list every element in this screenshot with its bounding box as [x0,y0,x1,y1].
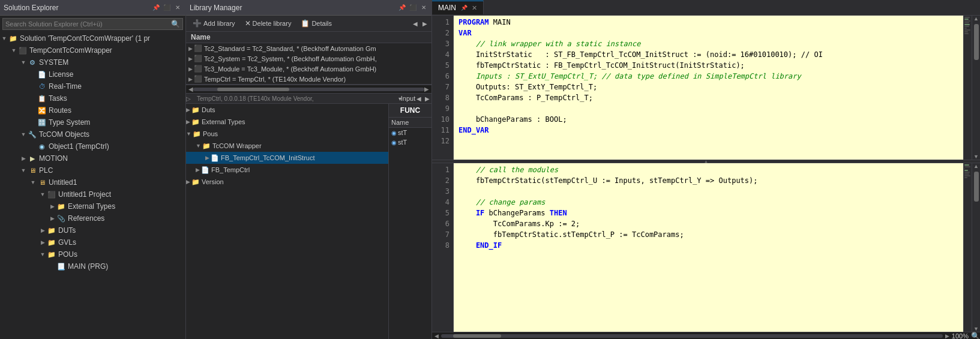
expander-icon[interactable]: ▶ [48,213,56,224]
scroll-thumb-bottom[interactable] [974,172,979,202]
tree-item-untitled1proj[interactable]: ▼⬛Untitled1 Project [0,188,185,200]
delete-library-button[interactable]: ✕ Delete library [241,17,296,29]
scroll-thumb-top[interactable] [974,24,979,60]
tree-item-typesystem[interactable]: 🔠Type System [0,116,185,128]
library-row[interactable]: ▶ ⬛ Tc3_Module = Tc3_Module, * (Beckhoff… [186,64,431,74]
expand-arrow[interactable]: ▶ [188,76,193,82]
func-row[interactable]: ◉stT [389,137,431,147]
search-input[interactable] [5,20,171,28]
code-scroll-track[interactable] [441,334,943,338]
scroll-left-arrow[interactable]: ◀ [188,86,193,92]
solution-tree[interactable]: ▼📁Solution 'TempContTcComWrapper' (1 pr▼… [0,32,185,339]
expander-icon[interactable]: ▼ [19,165,28,176]
lib-scroll-track[interactable] [193,88,424,91]
tree-item-realtime[interactable]: ⏱Real-Time [0,80,185,92]
nav-left-icon[interactable]: ◀ [415,94,423,103]
tree-item-tasks[interactable]: 📋Tasks [0,92,185,104]
expand-arrow[interactable]: ▶ [188,56,193,62]
lib-tree-item[interactable]: ▶📁Duts [186,104,388,116]
code-scroll-thumb[interactable] [453,334,501,338]
expand-arrow[interactable]: ▶ [188,46,193,52]
close-icon-lib[interactable]: ✕ [419,4,428,12]
lib-expander[interactable]: ▶ [186,116,190,127]
tree-item-gvls[interactable]: ▶📁GVLs [0,236,185,248]
lib-expander[interactable]: ▼ [196,140,201,151]
h-scroll-left[interactable]: ◀ [434,333,439,339]
tree-item-object1[interactable]: ◉Object1 (TempCtrl) [0,140,185,152]
tree-item-untitled1[interactable]: ▼🖥Untitled1 [0,176,185,188]
tree-item-references[interactable]: ▶📎References [0,212,185,224]
expander-icon[interactable]: ▶ [48,201,56,212]
lib-tree-item[interactable]: ▶📁Version [186,176,388,188]
lib-tree-panel[interactable]: ▶📁Duts▶📁External Types▼📁Pous▼📁TcCOM Wrap… [186,104,388,339]
dock-icon[interactable]: ⬛ [163,4,171,12]
library-row[interactable]: ▶ ⬛ TempCtrl = TempCtrl, * (TE140x Modul… [186,74,431,84]
lib-split-bar[interactable]: ▷ TempCtrl, 0.0.0.18 (TE140x Module Vend… [186,93,431,104]
tree-item-motion[interactable]: ▶▶MOTION [0,152,185,164]
lib-scroll-left[interactable]: ◀ [411,19,419,28]
nav-right-icon[interactable]: ▶ [423,94,431,103]
lib-tree-item[interactable]: ▶📄FB_TempCtrl_TcCOM_InitStruct [186,152,388,164]
h-scroll-right[interactable]: ▶ [945,333,949,339]
tree-item-tccom[interactable]: ▼🔧TcCOM Objects [0,128,185,140]
pin-icon[interactable]: 📌 [152,4,160,12]
search-icon[interactable]: 🔍 [171,20,180,28]
lib-expander-sub[interactable]: ▶ [196,164,200,175]
expander-icon[interactable]: ▼ [19,57,28,68]
tree-item-duts[interactable]: ▶📁DUTs [0,224,185,236]
expander-icon[interactable]: ▼ [29,177,37,188]
details-button[interactable]: 📋 Details [296,17,336,29]
search-bar[interactable]: 🔍 [2,18,183,30]
scroll-up-arrow[interactable]: ▲ [973,16,979,22]
lib-tree-item[interactable]: ▼📁Pous [186,128,388,140]
scroll-down-arrow[interactable]: ▼ [973,154,979,160]
tree-item-pous[interactable]: ▼📁POUs [0,248,185,260]
lib-scroll-thumb[interactable] [217,88,289,91]
tree-item-routes[interactable]: 🔀Routes [0,104,185,116]
expander-icon[interactable]: ▼ [38,189,47,200]
vertical-scroll-top[interactable]: ▲ ▼ [972,16,980,160]
lib-scroll-right[interactable]: ▶ [421,19,429,28]
lib-expander-sub[interactable]: ▶ [205,152,209,163]
scroll-up-arrow-bot[interactable]: ▲ [973,163,979,169]
lib-expander[interactable]: ▶ [186,176,190,187]
tab-close-button[interactable]: ✕ [472,4,477,12]
code-content-top[interactable]: PROGRAM MAINVAR // link wrapper with a s… [454,16,963,160]
expander-icon[interactable]: ▼ [38,249,47,260]
lib-tree-item[interactable]: ▼📁TcCOM Wrapper [186,140,388,152]
lib-scrollbar-h[interactable]: ◀ ▶ [186,85,431,93]
tree-item-system[interactable]: ▼⚙SYSTEM [0,56,185,68]
pin-icon-lib[interactable]: 📌 [398,4,406,12]
func-row[interactable]: ◉stT [389,128,431,137]
library-row[interactable]: ▶ ⬛ Tc2_Standard = Tc2_Standard, * (Beck… [186,43,431,53]
dock-icon-lib[interactable]: ⬛ [409,4,417,12]
library-row[interactable]: ▶ ⬛ Tc2_System = Tc2_System, * (Beckhoff… [186,53,431,64]
code-content-bottom[interactable]: // call the modules fbTempCtrStatic(stTe… [454,163,963,332]
expander-icon[interactable]: ▶ [19,153,28,164]
tab-pin-icon[interactable]: 📌 [460,4,468,12]
lib-expander[interactable]: ▼ [186,128,191,139]
tree-item-exttypes[interactable]: ▶📁External Types [0,200,185,212]
code-scrollbar-h[interactable]: ◀ ▶ 100% 🔍 [432,332,980,339]
close-icon[interactable]: ✕ [173,4,182,12]
lib-tree-item[interactable]: ▶📁External Types [186,116,388,128]
tree-item-license[interactable]: 📄License [0,68,185,80]
add-library-button[interactable]: ➕ Add library [188,17,239,29]
scroll-right-arrow[interactable]: ▶ [424,86,429,92]
zoom-icon[interactable]: 🔍 [971,332,980,340]
lib-tree-item[interactable]: ▶📄FB_TempCtrl [186,164,388,176]
tree-item-project[interactable]: ▼⬛TempContTcComWrapper [0,44,185,56]
expander-icon[interactable]: ▶ [38,237,47,248]
tree-item-plc[interactable]: ▼🖥PLC [0,164,185,176]
tab-main[interactable]: MAIN 📌 ✕ [432,1,484,14]
tree-item-solution[interactable]: ▼📁Solution 'TempContTcComWrapper' (1 pr [0,32,185,44]
expander-icon[interactable]: ▼ [10,45,18,56]
tree-item-main[interactable]: 📃MAIN (PRG) [0,260,185,272]
lib-expander[interactable]: ▶ [186,104,190,115]
expander-icon[interactable]: ▼ [0,33,8,44]
expander-icon[interactable]: ▶ [38,225,47,236]
expand-arrow[interactable]: ▶ [188,66,193,72]
vertical-scroll-bottom[interactable]: ▲ ▼ [972,163,980,332]
expander-icon[interactable]: ▼ [19,129,28,140]
scroll-down-arrow-bot[interactable]: ▼ [973,326,979,332]
